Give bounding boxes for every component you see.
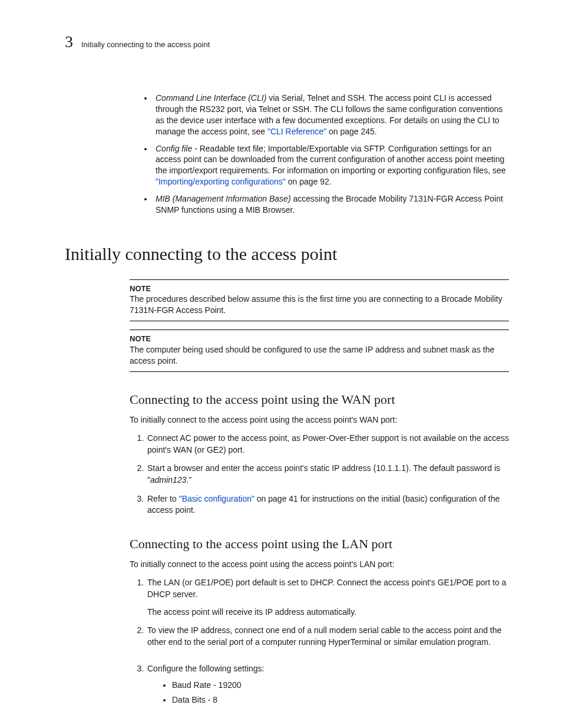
basic-configuration-link[interactable]: "Basic configuration" [179, 494, 254, 503]
bullet-text: - Readable text file; Importable/Exporta… [156, 144, 506, 176]
step-text: ." [186, 475, 191, 485]
bullet-lead: MIB (Management Information Base) [156, 194, 291, 203]
list-item: Data Bits - 8 [172, 694, 509, 706]
bullet-lead: Config file [156, 144, 192, 153]
subsection-heading-lan: Connecting to the access point using the… [130, 536, 509, 552]
step-text: Configure the following settings: [147, 664, 264, 673]
step-text: Refer to [147, 494, 179, 503]
note-box: NOTE The procedures described below assu… [130, 279, 509, 321]
step-item: Configure the following settings: Baud R… [146, 663, 509, 706]
list-item: Config file - Readable text file; Import… [153, 143, 509, 188]
list-item: MIB (Management Information Base) access… [153, 193, 509, 216]
note-text: The procedures described below assume th… [130, 294, 509, 316]
intro-paragraph: To initially connect to the access point… [130, 559, 509, 571]
subsection-heading-wan: Connecting to the access point using the… [130, 392, 509, 407]
intro-paragraph: To initially connect to the access point… [130, 414, 509, 426]
running-header: 3 Initially connecting to the access poi… [65, 32, 509, 51]
list-item: Command Line Interface (CLI) via Serial,… [153, 93, 509, 137]
note-label: NOTE [130, 284, 509, 294]
feature-bullet-list: Command Line Interface (CLI) via Serial,… [65, 93, 509, 216]
lan-steps: The LAN (or GE1/POE) port default is set… [130, 577, 509, 706]
settings-list: Baud Rate - 19200 Data Bits - 8 [161, 680, 509, 706]
page: 3 Initially connecting to the access poi… [0, 0, 562, 728]
bullet-lead: Command Line Interface (CLI) [156, 93, 266, 103]
chapter-number: 3 [65, 32, 73, 51]
step-item: Start a browser and enter the access poi… [146, 463, 509, 486]
bullet-tail: on page 245. [326, 127, 377, 136]
wan-steps: Connect AC power to the access point, as… [130, 433, 509, 516]
note-box: NOTE The computer being used should be c… [130, 330, 509, 371]
list-item: Baud Rate - 19200 [172, 680, 509, 691]
section-heading: Initially connecting to the access point [65, 244, 509, 264]
bullet-tail: on page 92. [286, 177, 332, 186]
step-text: Start a browser and enter the access poi… [147, 463, 500, 485]
step-item: Refer to "Basic configuration" on page 4… [146, 493, 509, 516]
note-label: NOTE [130, 334, 509, 344]
step-item: The LAN (or GE1/POE) port default is set… [146, 577, 509, 618]
running-title: Initially connecting to the access point [81, 40, 210, 49]
import-export-link[interactable]: "Importing/exporting configurations" [156, 177, 286, 186]
step-item: Connect AC power to the access point, as… [146, 433, 509, 456]
step-item: To view the IP address, connect one end … [146, 625, 509, 648]
password-literal: admin123 [150, 475, 187, 485]
cli-reference-link[interactable]: "CLI Reference" [267, 127, 326, 136]
step-subtext: The access point will receive its IP add… [147, 607, 509, 618]
note-text: The computer being used should be config… [130, 344, 509, 367]
step-text: The LAN (or GE1/POE) port default is set… [147, 578, 506, 599]
